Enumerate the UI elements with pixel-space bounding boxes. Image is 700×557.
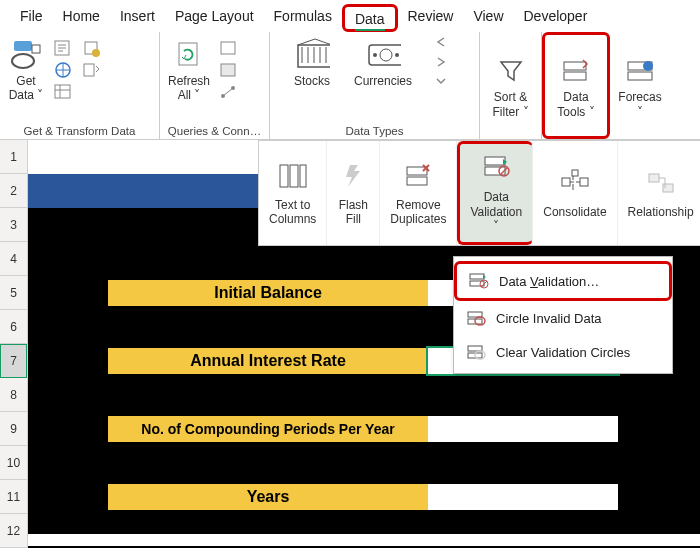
stocks-icon xyxy=(294,38,330,70)
sort-filter-label: Sort & Filter ˅ xyxy=(493,90,529,119)
svg-rect-43 xyxy=(468,346,482,351)
from-text-icon[interactable] xyxy=(52,38,74,58)
data-tools-button[interactable]: Data Tools ˅ xyxy=(555,52,596,121)
svg-rect-34 xyxy=(572,170,578,176)
data-validation-menu: Data Validation… Circle Invalid Data Cle… xyxy=(453,256,673,374)
tab-insert[interactable]: Insert xyxy=(110,4,165,32)
clear-circles-icon xyxy=(466,343,486,361)
currencies-button[interactable]: Currencies xyxy=(352,36,414,90)
data-tools-label: Data Tools ˅ xyxy=(557,90,594,119)
sort-filter-button[interactable]: Sort & Filter ˅ xyxy=(491,52,531,121)
consolidate-label: Consolidate xyxy=(543,205,606,219)
properties-icon[interactable] xyxy=(218,60,240,80)
svg-rect-40 xyxy=(468,312,482,317)
tab-home[interactable]: Home xyxy=(53,4,110,32)
data-tools-subribbon: Text to Columns Flash Fill Remove Duplic… xyxy=(258,140,700,246)
row-header-6[interactable]: 6 xyxy=(0,310,27,344)
forecast-button[interactable]: Forecas ˅ xyxy=(616,52,663,121)
menu-circle-invalid[interactable]: Circle Invalid Data xyxy=(454,301,672,335)
recent-sources-icon[interactable] xyxy=(80,38,102,58)
svg-rect-20 xyxy=(564,72,586,80)
flash-fill-button[interactable]: Flash Fill xyxy=(327,141,380,245)
tab-formulas[interactable]: Formulas xyxy=(264,4,342,32)
svg-point-18 xyxy=(395,53,399,57)
tab-data[interactable]: Data xyxy=(342,4,398,32)
stocks-button[interactable]: Stocks xyxy=(292,36,332,90)
get-data-button[interactable]: Get Data ˅ xyxy=(6,36,46,105)
svg-rect-2 xyxy=(32,45,40,53)
svg-rect-32 xyxy=(562,178,570,186)
edit-links-icon[interactable] xyxy=(218,82,240,102)
forecast-icon xyxy=(622,54,658,86)
row-header-7[interactable]: 7 xyxy=(0,344,27,378)
remove-duplicates-icon xyxy=(402,160,434,192)
currencies-icon xyxy=(365,38,401,70)
svg-rect-5 xyxy=(55,85,70,98)
svg-rect-37 xyxy=(470,274,484,279)
next-datatype-icon[interactable] xyxy=(434,56,448,68)
consolidate-button[interactable]: Consolidate xyxy=(533,141,617,245)
svg-point-1 xyxy=(12,54,34,68)
svg-rect-35 xyxy=(649,174,659,182)
label-annual-rate: Annual Interest Rate xyxy=(108,348,428,374)
remove-duplicates-button[interactable]: Remove Duplicates xyxy=(380,141,457,245)
input-years[interactable] xyxy=(428,484,618,510)
forecast-label: Forecas ˅ xyxy=(618,90,661,119)
svg-rect-0 xyxy=(14,41,32,51)
svg-rect-26 xyxy=(300,165,306,187)
menu-data-validation-label: Data Validation… xyxy=(499,274,599,289)
prev-datatype-icon[interactable] xyxy=(434,36,448,48)
expand-datatype-icon[interactable] xyxy=(434,76,448,86)
tab-page-layout[interactable]: Page Layout xyxy=(165,4,264,32)
svg-point-16 xyxy=(380,49,392,61)
row-header-2[interactable]: 2 xyxy=(0,174,27,208)
row-header-5[interactable]: 5 xyxy=(0,276,27,310)
text-to-columns-button[interactable]: Text to Columns xyxy=(259,141,327,245)
tab-view[interactable]: View xyxy=(463,4,513,32)
ribbon: Get Data ˅ Get & Transform Data Refresh … xyxy=(0,32,700,140)
row-header-10[interactable]: 10 xyxy=(0,446,27,480)
row-header-1[interactable]: 1 xyxy=(0,140,27,174)
row-header-11[interactable]: 11 xyxy=(0,480,27,514)
data-validation-button[interactable]: Data Validation ˅ xyxy=(457,141,533,245)
data-tools-icon xyxy=(558,54,594,86)
stocks-label: Stocks xyxy=(294,74,330,88)
from-web-icon[interactable] xyxy=(52,60,74,80)
menu-clear-circles[interactable]: Clear Validation Circles xyxy=(454,335,672,369)
group-label-datatypes: Data Types xyxy=(276,123,473,137)
row-header-3[interactable]: 3 xyxy=(0,208,27,242)
group-label-get-transform: Get & Transform Data xyxy=(6,123,153,137)
svg-point-17 xyxy=(373,53,377,57)
row-header-12[interactable]: 12 xyxy=(0,514,27,548)
text-to-columns-label: Text to Columns xyxy=(269,198,316,227)
row-header-4[interactable]: 4 xyxy=(0,242,27,276)
svg-rect-25 xyxy=(290,165,298,187)
relationships-button[interactable]: Relationship xyxy=(618,141,700,245)
text-to-columns-icon xyxy=(277,160,309,192)
input-periods[interactable] xyxy=(428,416,618,442)
svg-rect-29 xyxy=(485,157,505,165)
ribbon-tabs: File Home Insert Page Layout Formulas Da… xyxy=(0,0,700,32)
row-header-8[interactable]: 8 xyxy=(0,378,27,412)
tab-developer[interactable]: Developer xyxy=(514,4,598,32)
get-data-label: Get Data ˅ xyxy=(9,74,44,103)
refresh-all-button[interactable]: Refresh All ˅ xyxy=(166,36,212,105)
svg-rect-38 xyxy=(470,281,484,286)
consolidate-icon xyxy=(559,167,591,199)
tab-file[interactable]: File xyxy=(10,4,53,32)
svg-rect-19 xyxy=(564,62,586,70)
from-table-icon[interactable] xyxy=(52,82,74,102)
label-initial-balance: Initial Balance xyxy=(108,280,428,306)
existing-conn-icon[interactable] xyxy=(80,60,102,80)
queries-icon[interactable] xyxy=(218,38,240,58)
tab-review[interactable]: Review xyxy=(398,4,464,32)
svg-rect-22 xyxy=(628,72,652,80)
menu-data-validation[interactable]: Data Validation… xyxy=(454,261,672,301)
svg-point-7 xyxy=(92,49,100,57)
svg-point-13 xyxy=(231,86,235,90)
svg-rect-24 xyxy=(280,165,288,187)
svg-rect-9 xyxy=(179,43,197,65)
refresh-all-label: Refresh All ˅ xyxy=(168,74,210,103)
flash-fill-icon xyxy=(337,160,369,192)
row-header-9[interactable]: 9 xyxy=(0,412,27,446)
